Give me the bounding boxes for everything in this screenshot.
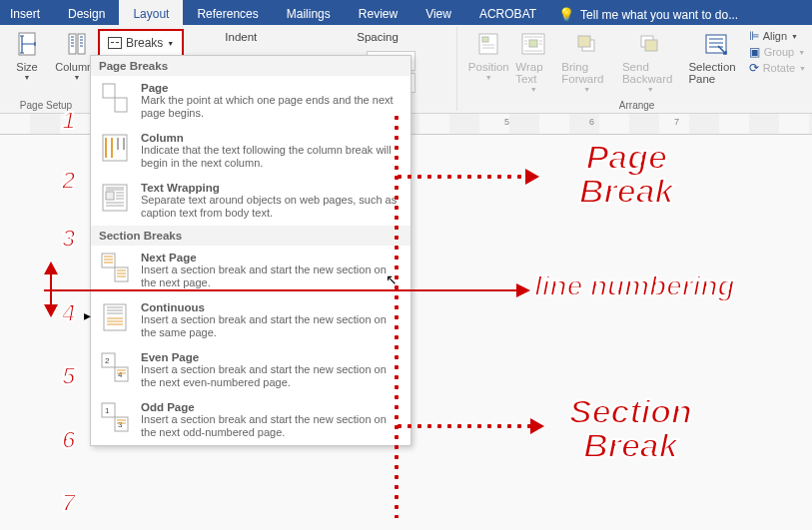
- even-page-icon: 24: [99, 351, 131, 383]
- arrow-page-break: [395, 175, 539, 179]
- tell-me[interactable]: 💡 Tell me what you want to do...: [550, 0, 812, 25]
- badge-5: 5: [62, 362, 75, 390]
- item-title: Even Page: [141, 351, 403, 363]
- svg-rect-16: [106, 192, 114, 200]
- menu-item-odd-page[interactable]: 13 Odd Page Insert a section break and s…: [91, 395, 410, 445]
- menu-item-page[interactable]: Page Mark the point at which one page en…: [91, 76, 410, 126]
- badge-6: 6: [62, 426, 75, 454]
- svg-text:4: 4: [118, 370, 123, 379]
- svg-text:1: 1: [105, 406, 110, 415]
- selection-pane-button[interactable]: Selection Pane: [684, 27, 746, 87]
- bring-forward-button[interactable]: Bring Forward ▼: [557, 27, 616, 95]
- chevron-down-icon: ▼: [167, 40, 174, 47]
- text-wrapping-icon: [99, 182, 131, 214]
- anno-page-break: PageBreak: [579, 140, 674, 208]
- spacing-label: Spacing: [357, 31, 446, 43]
- tab-acrobat[interactable]: ACROBAT: [465, 0, 550, 25]
- badge-1: 1: [62, 107, 75, 135]
- rotate-label: Rotate: [763, 62, 795, 74]
- group-icon: ▣: [749, 45, 760, 59]
- menu-item-even-page[interactable]: 24 Even Page Insert a section break and …: [91, 345, 410, 395]
- group-page-setup: Size ▼ Columns ▼ Page Setup: [0, 25, 92, 113]
- selection-pane-label: Selection Pane: [688, 61, 742, 85]
- chevron-down-icon: ▼: [24, 74, 31, 81]
- column-icon: [99, 132, 131, 164]
- align-icon: ⊫: [749, 29, 759, 43]
- position-label: Position: [468, 61, 509, 73]
- item-desc: Insert a section break and start the new…: [141, 264, 403, 289]
- chevron-down-icon: ▼: [485, 74, 492, 81]
- menu-text: Text Wrapping Separate text around objec…: [141, 182, 403, 220]
- item-title: Odd Page: [141, 401, 403, 413]
- send-backward-icon: [635, 29, 665, 59]
- chevron-down-icon: ▼: [798, 49, 805, 56]
- tabs-bar: Insert Design Layout References Mailings…: [0, 0, 812, 25]
- dotted-vertical: [395, 113, 396, 518]
- tab-mailings[interactable]: Mailings: [273, 0, 345, 25]
- item-desc: Insert a section break and start the new…: [141, 313, 403, 339]
- tab-references[interactable]: References: [183, 0, 272, 25]
- send-backward-label: Send Backward: [622, 61, 678, 85]
- item-desc: Indicate that the text following the col…: [141, 144, 403, 170]
- rotate-button[interactable]: ⟳Rotate ▼: [749, 61, 806, 75]
- item-desc: Mark the point at which one page ends an…: [141, 94, 403, 120]
- menu-item-continuous[interactable]: Continuous Insert a section break and st…: [91, 295, 410, 345]
- columns-icon: [62, 29, 92, 59]
- anno-line-numbering: line numbering: [534, 269, 735, 303]
- svg-rect-4: [482, 37, 488, 42]
- tab-review[interactable]: Review: [345, 0, 411, 25]
- arrange-mini: ⊫Align ▼ ▣Group ▼ ⟳Rotate ▼: [749, 27, 806, 75]
- chevron-down-icon: ▼: [647, 86, 654, 93]
- chevron-down-icon: ▼: [74, 74, 81, 81]
- arrow-line-numbering: [44, 289, 528, 291]
- chevron-down-icon: ▼: [799, 65, 806, 72]
- arrow-section-break: [395, 424, 544, 428]
- svg-rect-18: [115, 267, 128, 281]
- menu-text: Column Indicate that the text following …: [141, 132, 403, 170]
- item-desc: Separate text around objects on web page…: [141, 194, 403, 220]
- tab-layout[interactable]: Layout: [119, 0, 183, 25]
- chevron-down-icon: ▼: [791, 33, 798, 40]
- chevron-down-icon: ▼: [583, 86, 590, 93]
- position-button[interactable]: Position ▼: [467, 27, 509, 83]
- send-backward-button[interactable]: Send Backward ▼: [618, 27, 682, 95]
- tell-me-text: Tell me what you want to do...: [580, 5, 738, 25]
- breaks-button[interactable]: Breaks ▼: [98, 29, 184, 57]
- wrap-text-button[interactable]: Wrap Text ▼: [511, 27, 555, 95]
- tab-view[interactable]: View: [411, 0, 465, 25]
- tab-insert[interactable]: Insert: [0, 0, 54, 25]
- svg-rect-10: [645, 40, 657, 51]
- lightbulb-icon: 💡: [558, 5, 574, 25]
- bring-forward-label: Bring Forward: [561, 61, 612, 85]
- menu-text: Next Page Insert a section break and sta…: [141, 252, 403, 289]
- svg-rect-12: [103, 84, 115, 98]
- ruler-tick-6: 6: [589, 117, 594, 127]
- item-title: Page: [141, 82, 403, 94]
- menu-text: Continuous Insert a section break and st…: [141, 301, 403, 339]
- menu-item-text-wrapping[interactable]: Text Wrapping Separate text around objec…: [91, 176, 410, 226]
- menu-item-column[interactable]: Column Indicate that the text following …: [91, 126, 410, 176]
- item-title: Next Page: [141, 252, 403, 264]
- svg-text:3: 3: [118, 420, 123, 429]
- page-icon: [99, 82, 131, 114]
- item-title: Column: [141, 132, 403, 144]
- wrap-text-label: Wrap Text: [515, 61, 551, 85]
- breaks-label: Breaks: [126, 36, 163, 50]
- align-button[interactable]: ⊫Align ▼: [749, 29, 806, 43]
- svg-rect-13: [115, 98, 127, 112]
- menu-item-next-page[interactable]: Next Page Insert a section break and sta…: [91, 246, 410, 295]
- odd-page-icon: 13: [99, 401, 131, 433]
- continuous-icon: [99, 301, 131, 333]
- arrange-label: Arrange: [467, 98, 806, 111]
- rotate-icon: ⟳: [749, 61, 759, 75]
- wrap-text-icon: [518, 29, 548, 59]
- breaks-icon: [108, 37, 122, 49]
- size-button[interactable]: Size ▼: [6, 27, 48, 83]
- tab-design[interactable]: Design: [54, 0, 119, 25]
- badge-3: 3: [62, 225, 75, 253]
- group-button[interactable]: ▣Group ▼: [749, 45, 806, 59]
- svg-rect-19: [104, 304, 126, 330]
- selection-pane-icon: [701, 29, 731, 59]
- page-breaks-header: Page Breaks: [91, 56, 410, 76]
- svg-rect-17: [102, 254, 115, 267]
